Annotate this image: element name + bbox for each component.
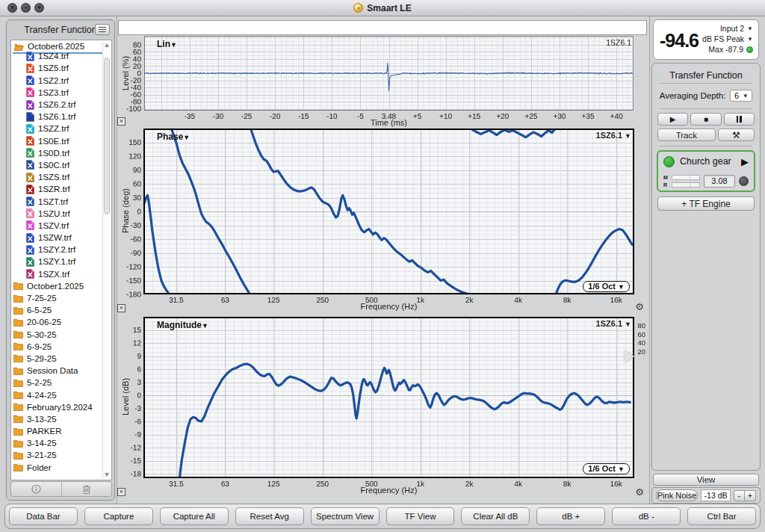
file-item[interactable]: 1SZY.1.trf: [11, 256, 111, 267]
play-button[interactable]: ▶: [657, 113, 688, 126]
folder-item[interactable]: 4-24-25: [11, 389, 111, 400]
folder-item[interactable]: 5-29-25: [11, 353, 111, 365]
folder-item[interactable]: 6-5-25: [11, 304, 111, 316]
folder-item[interactable]: 20-06-25: [11, 316, 111, 328]
signal-generator-bar: Pink Noise -13 dB - +: [651, 487, 761, 504]
file-item[interactable]: 1SZ5.trf: [11, 62, 111, 74]
toolbar-button-tf-view[interactable]: TF View: [386, 507, 455, 525]
noise-level-minus-button[interactable]: -: [734, 490, 745, 501]
file-item[interactable]: 1SZX.trf: [11, 268, 111, 280]
folder-item[interactable]: October1.2025: [11, 280, 111, 292]
file-item[interactable]: 1SZ6.1.trf: [11, 111, 111, 123]
file-item[interactable]: 1SZS.trf: [11, 171, 111, 183]
phase-close-icon[interactable]: ×: [117, 304, 126, 312]
toolbar-button-capture-all[interactable]: Capture All: [160, 507, 229, 525]
magnitude-close-icon[interactable]: ×: [117, 488, 126, 496]
file-name: 1SZY.1.trf: [38, 257, 75, 266]
lin-close-icon[interactable]: ×: [117, 117, 126, 126]
window-zoom-button[interactable]: +: [34, 3, 44, 13]
folder-item[interactable]: February19.2024: [11, 401, 111, 413]
file-item[interactable]: 1S0E.trf: [11, 135, 111, 147]
track-button[interactable]: Track: [657, 129, 716, 141]
file-item[interactable]: 1S0D.trf: [11, 147, 111, 159]
file-item[interactable]: 1S0C.trf: [11, 159, 111, 171]
magnitude-trace-selector[interactable]: 1SZ6.1 ▼: [596, 319, 631, 328]
input-selector[interactable]: Input 2▼: [720, 24, 753, 33]
toolbar-button-data-bar[interactable]: Data Bar: [9, 507, 78, 525]
folder-icon: [13, 403, 23, 411]
trf-file-icon: [26, 208, 34, 218]
file-item[interactable]: 1SZU.trf: [11, 208, 111, 220]
lin-chart-menu[interactable]: Lin▼: [157, 39, 177, 49]
meter-unit-selector[interactable]: dB FS Peak▼: [702, 34, 753, 43]
toolbar-button-ctrl-bar[interactable]: Ctrl Bar: [687, 507, 756, 525]
trf-file-icon: [26, 160, 34, 170]
trf-file-icon: [26, 197, 34, 206]
phase-settings-gear-icon[interactable]: ⚙: [634, 302, 645, 312]
info-button[interactable]: [11, 482, 61, 496]
stop-button[interactable]: ■: [690, 113, 721, 126]
sidebar-menu-icon[interactable]: [95, 24, 110, 35]
folder-item[interactable]: Session Data: [11, 365, 111, 377]
engine-active-led[interactable]: [663, 156, 675, 167]
scroll-down-icon[interactable]: [105, 473, 109, 477]
phase-chart[interactable]: [118, 129, 648, 309]
noise-level-plus-button[interactable]: +: [745, 490, 756, 501]
measure-meter: [672, 175, 700, 180]
toolbar-button-spectrum-view[interactable]: Spectrum View: [311, 507, 380, 525]
control-bar: Data BarCaptureCapture AllReset AvgSpect…: [4, 504, 761, 529]
lin-impulse-chart[interactable]: [118, 35, 648, 126]
file-item[interactable]: 1SZY.2.trf: [11, 244, 111, 256]
folder-item[interactable]: PARKER: [11, 425, 111, 437]
phase-banding-selector[interactable]: 1/6 Oct ▼: [583, 281, 630, 292]
window-close-button[interactable]: ×: [7, 3, 17, 13]
file-item[interactable]: 1SZ3.trf: [11, 87, 111, 99]
folder-item[interactable]: 5-30-25: [11, 329, 111, 341]
folder-item[interactable]: 3-21-25: [11, 449, 111, 461]
file-item[interactable]: 1SZR.trf: [11, 183, 111, 195]
folder-item[interactable]: 3-14-25: [11, 437, 111, 449]
phase-trace-selector[interactable]: 1SZ6.1 ▼: [596, 131, 631, 140]
engine-play-icon[interactable]: ▶: [741, 156, 749, 167]
toolbar-button-reset-avg[interactable]: Reset Avg: [235, 507, 304, 525]
folder-item[interactable]: Folder: [11, 462, 111, 474]
tools-button[interactable]: ⚒: [718, 129, 755, 141]
view-button[interactable]: View: [653, 474, 759, 486]
scroll-up-icon[interactable]: [105, 43, 109, 47]
toolbar-button-capture[interactable]: Capture: [84, 507, 153, 525]
noise-level-field[interactable]: -13 dB: [701, 489, 731, 501]
pink-noise-button[interactable]: Pink Noise: [656, 489, 698, 501]
folder-item[interactable]: 7-25-25: [11, 292, 111, 304]
delete-button[interactable]: [61, 482, 112, 496]
toolbar-button-db-[interactable]: dB -: [612, 507, 681, 525]
add-tf-engine-button[interactable]: + TF Engine: [657, 197, 755, 211]
file-item[interactable]: 1SZZ.trf: [11, 123, 111, 134]
file-item[interactable]: 1SZT.trf: [11, 195, 111, 207]
averaging-depth-select[interactable]: 6▼: [730, 90, 752, 102]
scrollbar-thumb[interactable]: [104, 58, 110, 214]
magnitude-banding-selector[interactable]: 1/6 Oct ▼: [583, 463, 630, 474]
phase-chart-menu[interactable]: Phase▼: [157, 132, 190, 142]
folder-item[interactable]: 6-9-25: [11, 341, 111, 353]
magnitude-chart[interactable]: [118, 317, 648, 495]
delay-field[interactable]: 3.08: [704, 175, 735, 188]
file-item[interactable]: 1SZ6.2.trf: [11, 99, 111, 111]
toolbar-button-clear-all-db[interactable]: Clear All dB: [461, 507, 530, 525]
tf-engine-box[interactable]: Church gear ▶ M R 3.08: [657, 150, 755, 192]
folder-name: February19.2024: [27, 403, 93, 412]
scale-pointer-handle[interactable]: [625, 350, 634, 362]
window-minimize-button[interactable]: −: [21, 3, 31, 13]
toolbar-button-db-[interactable]: dB +: [536, 507, 605, 525]
pause-button[interactable]: [724, 113, 755, 126]
delay-track-button[interactable]: [739, 176, 749, 186]
file-item[interactable]: 1SZV.trf: [11, 220, 111, 232]
chevron-down-icon: ▼: [183, 134, 190, 141]
file-item[interactable]: 1SZW.trf: [11, 232, 111, 244]
file-item[interactable]: 1SZ4.trf: [11, 50, 111, 62]
folder-item[interactable]: 5-2-25: [11, 377, 111, 389]
folder-item[interactable]: 3-13-25: [11, 413, 111, 425]
file-item[interactable]: 1SZ2.trf: [11, 75, 111, 87]
sidebar-scrollbar[interactable]: [102, 41, 111, 479]
magnitude-settings-gear-icon[interactable]: ⚙: [634, 487, 645, 498]
magnitude-chart-menu[interactable]: Magnitude▼: [157, 320, 208, 330]
